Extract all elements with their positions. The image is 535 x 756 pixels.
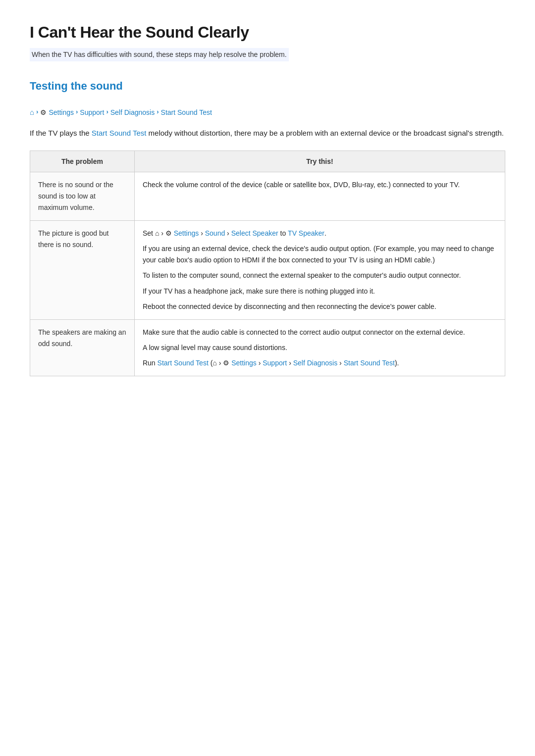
gear-icon-inline-2: ⚙ <box>223 359 229 367</box>
solution-cell-1: Check the volume control of the device (… <box>134 172 505 220</box>
solution-breadcrumb-line: Set ⌂ › ⚙ Settings › Sound › Select Spea… <box>143 228 497 239</box>
chevron-inline-5: › <box>259 359 263 367</box>
problem-cell-1: There is no sound or the sound is too lo… <box>30 172 135 220</box>
home-icon-inline-2: ⌂ <box>213 359 216 367</box>
breadcrumb-inline-sound[interactable]: Sound <box>205 229 225 237</box>
run-sound-test-link[interactable]: Start Sound Test <box>158 359 209 367</box>
breadcrumb-inline-select-speaker[interactable]: Select Speaker <box>231 229 278 237</box>
breadcrumb-support[interactable]: Support <box>80 107 104 118</box>
table-row: The picture is good but there is no soun… <box>30 221 505 320</box>
solution-para-3b: A low signal level may cause sound disto… <box>143 342 497 353</box>
solution-para-3c: Run Start Sound Test (⌂ › ⚙ Settings › S… <box>143 357 497 369</box>
table-row: There is no sound or the sound is too lo… <box>30 172 505 220</box>
chevron-icon-2: › <box>76 107 78 117</box>
troubleshoot-table: The problem Try this! There is no sound … <box>30 151 505 377</box>
home-icon: ⌂ <box>30 106 34 118</box>
gear-icon-inline: ⚙ <box>165 229 172 237</box>
gear-icon: ⚙ <box>40 107 47 118</box>
breadcrumb-self-diagnosis[interactable]: Self Diagnosis <box>110 107 155 118</box>
chevron-inline-3: › <box>227 229 231 237</box>
breadcrumb-inline-settings-2[interactable]: Settings <box>231 359 257 367</box>
solution-para-1: Check the volume control of the device (… <box>143 179 497 191</box>
intro-link[interactable]: Start Sound Test <box>92 129 147 137</box>
breadcrumb-inline-settings[interactable]: Settings <box>174 229 199 237</box>
chevron-inline-2: › <box>201 229 205 237</box>
chevron-inline-6: › <box>289 359 293 367</box>
breadcrumb: ⌂ › ⚙ Settings › Support › Self Diagnosi… <box>30 106 505 118</box>
solution-para-3a: Make sure that the audio cable is connec… <box>143 327 497 338</box>
chevron-icon-1: › <box>36 107 38 117</box>
intro-text: If the TV plays the Start Sound Test mel… <box>30 127 505 140</box>
solution-para-2d: Reboot the connected device by disconnec… <box>143 301 497 312</box>
breadcrumb-settings[interactable]: Settings <box>49 107 74 118</box>
solution-cell-3: Make sure that the audio cable is connec… <box>134 319 505 376</box>
problem-cell-2: The picture is good but there is no soun… <box>30 221 135 320</box>
table-header-solution: Try this! <box>134 151 505 172</box>
chevron-inline-7: › <box>339 359 344 367</box>
table-header-problem: The problem <box>30 151 135 172</box>
page-title: I Can't Hear the Sound Clearly <box>30 20 505 45</box>
section-title: Testing the sound <box>30 77 505 95</box>
problem-cell-3: The speakers are making an odd sound. <box>30 319 135 376</box>
breadcrumb-start-sound-test[interactable]: Start Sound Test <box>161 107 212 118</box>
solution-para-2c: If your TV has a headphone jack, make su… <box>143 286 497 297</box>
table-row: The speakers are making an odd sound. Ma… <box>30 319 505 376</box>
chevron-icon-4: › <box>157 107 159 117</box>
intro-text-before: If the TV plays the <box>30 129 92 137</box>
home-icon-inline: ⌂ <box>155 229 159 237</box>
chevron-inline-4: › <box>219 359 223 367</box>
intro-text-after: melody without distortion, there may be … <box>146 129 504 137</box>
breadcrumb-inline-start-sound-test-2[interactable]: Start Sound Test <box>344 359 395 367</box>
solution-para-2a: If you are using an external device, che… <box>143 243 497 266</box>
page-subtitle: When the TV has difficulties with sound,… <box>30 48 289 61</box>
chevron-icon-3: › <box>106 107 108 117</box>
breadcrumb-inline-support[interactable]: Support <box>263 359 287 367</box>
chevron-inline-1: › <box>161 229 165 237</box>
breadcrumb-inline-self-diag[interactable]: Self Diagnosis <box>293 359 338 367</box>
solution-para-2b: To listen to the computer sound, connect… <box>143 270 497 281</box>
breadcrumb-inline-tv-speaker[interactable]: TV Speaker <box>288 229 324 237</box>
solution-cell-2: Set ⌂ › ⚙ Settings › Sound › Select Spea… <box>134 221 505 320</box>
